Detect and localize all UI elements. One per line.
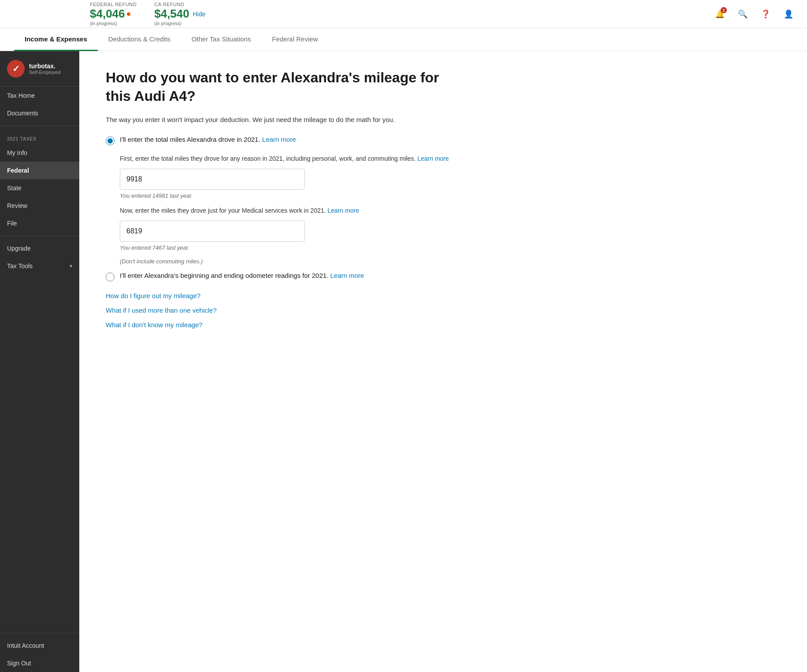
detail-text-1: First, enter the total miles they drove … xyxy=(120,154,781,163)
radio-option-1: I'll enter the total miles Alexandra dro… xyxy=(106,136,781,145)
main-layout: ✓ turbotax. Self-Employed Tax Home Docum… xyxy=(0,51,807,672)
sidebar-divider-3 xyxy=(0,633,79,633)
sidebar-item-intuit-account[interactable]: Intuit Account xyxy=(0,637,79,654)
radio-input-option1[interactable] xyxy=(106,137,115,145)
radio-input-option2[interactable] xyxy=(106,273,115,281)
sidebar-item-state[interactable]: State xyxy=(0,179,79,197)
federal-refund-label: FEDERAL REFUND xyxy=(90,2,137,7)
sidebar-item-my-info[interactable]: My Info xyxy=(0,144,79,162)
sidebar-item-tax-tools[interactable]: Tax Tools ▾ xyxy=(0,257,79,275)
federal-refund-status: (in progress) xyxy=(90,21,137,26)
radio-option-2: I'll enter Alexandra's beginning and end… xyxy=(106,272,781,281)
federal-refund-amount: $4,046 xyxy=(90,7,137,21)
faq-section: How do I figure out my mileage? What if … xyxy=(106,292,781,329)
tab-other-tax-situations[interactable]: Other Tax Situations xyxy=(181,28,262,51)
sidebar-item-sign-out[interactable]: Sign Out xyxy=(0,654,79,672)
ca-refund-status: (in progress) xyxy=(154,21,205,26)
refund-section: FEDERAL REFUND $4,046 (in progress) CA R… xyxy=(90,2,712,26)
logo-checkmark: ✓ xyxy=(12,63,20,74)
work-miles-hint-1: You entered 7467 last year. xyxy=(120,244,781,251)
work-miles-hint-2: (Don't include commuting miles.) xyxy=(120,258,781,265)
nav-tabs: Income & Expenses Deductions & Credits O… xyxy=(0,28,807,51)
total-miles-input[interactable] xyxy=(120,169,305,190)
notification-badge: 1 xyxy=(721,7,727,13)
sidebar-item-federal[interactable]: Federal xyxy=(0,162,79,179)
content-area: How do you want to enter Alexandra's mil… xyxy=(79,51,807,672)
tab-federal-review[interactable]: Federal Review xyxy=(261,28,328,51)
radio-label-option2: I'll enter Alexandra's beginning and end… xyxy=(120,272,364,279)
chevron-down-icon: ▾ xyxy=(70,263,72,269)
ca-refund-block: CA REFUND $4,540 Hide (in progress) xyxy=(154,2,205,26)
faq-link-1[interactable]: How do I figure out my mileage? xyxy=(106,292,781,299)
faq-link-2[interactable]: What if I used more than one vehicle? xyxy=(106,306,781,314)
logo-edition: Self-Employed xyxy=(29,70,61,75)
sidebar-divider-2 xyxy=(0,236,79,236)
top-bar: FEDERAL REFUND $4,046 (in progress) CA R… xyxy=(0,0,807,28)
radio-label-option1: I'll enter the total miles Alexandra dro… xyxy=(120,136,296,143)
detail-learn-more-link-1[interactable]: Learn more xyxy=(417,155,449,162)
page-title: How do you want to enter Alexandra's mil… xyxy=(106,69,449,105)
ca-refund-amount: $4,540 Hide xyxy=(154,7,205,21)
radio-detail-option1: First, enter the total miles they drove … xyxy=(120,154,781,265)
work-miles-input[interactable] xyxy=(120,221,305,242)
sidebar-logo: ✓ turbotax. Self-Employed xyxy=(0,51,79,87)
learn-more-link-option1[interactable]: Learn more xyxy=(262,136,296,143)
sidebar: ✓ turbotax. Self-Employed Tax Home Docum… xyxy=(0,51,79,672)
help-button[interactable]: ❓ xyxy=(758,6,774,22)
logo-brand: turbotax. xyxy=(29,63,61,70)
sidebar-item-review[interactable]: Review xyxy=(0,197,79,214)
faq-link-3[interactable]: What if I don't know my mileage? xyxy=(106,321,781,329)
tab-income-expenses[interactable]: Income & Expenses xyxy=(14,28,98,51)
search-button[interactable]: 🔍 xyxy=(735,6,751,22)
sidebar-section-2021: 2021 TAXES xyxy=(0,129,79,144)
total-miles-hint: You entered 14981 last year. xyxy=(120,192,781,199)
sidebar-divider-1 xyxy=(0,126,79,126)
sidebar-item-documents[interactable]: Documents xyxy=(0,104,79,122)
notifications-button[interactable]: 🔔 1 xyxy=(712,6,728,22)
sidebar-item-upgrade[interactable]: Upgrade xyxy=(0,240,79,257)
detail-text-2: Now, enter the miles they drove just for… xyxy=(120,206,781,215)
sidebar-item-file[interactable]: File xyxy=(0,214,79,232)
logo-text-block: turbotax. Self-Employed xyxy=(29,63,61,75)
learn-more-link-option2[interactable]: Learn more xyxy=(330,272,364,279)
page-subtitle: The way you enter it won't impact your d… xyxy=(106,116,781,123)
sidebar-bottom: Intuit Account Sign Out xyxy=(0,629,79,672)
tab-deductions-credits[interactable]: Deductions & Credits xyxy=(98,28,181,51)
sidebar-item-tax-home[interactable]: Tax Home xyxy=(0,87,79,104)
detail-learn-more-link-2[interactable]: Learn more xyxy=(328,207,359,214)
user-button[interactable]: 👤 xyxy=(781,6,796,22)
logo-circle: ✓ xyxy=(7,60,25,78)
top-bar-icons: 🔔 1 🔍 ❓ 👤 xyxy=(712,6,796,22)
federal-refund-block: FEDERAL REFUND $4,046 (in progress) xyxy=(90,2,137,26)
ca-refund-label: CA REFUND xyxy=(154,2,205,7)
hide-button[interactable]: Hide xyxy=(193,11,206,18)
federal-refund-dot xyxy=(127,12,130,16)
